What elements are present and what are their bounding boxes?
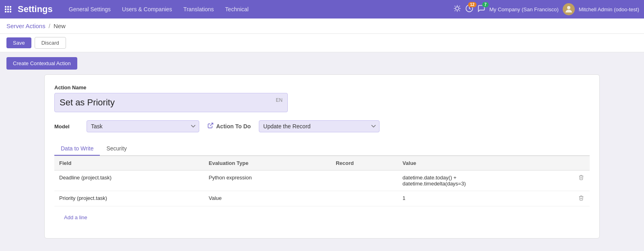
nav-technical[interactable]: Technical: [220, 4, 253, 15]
external-link-icon: [207, 122, 214, 130]
user-name: Mitchell Admin (odoo-test): [579, 6, 639, 12]
user-avatar[interactable]: [563, 3, 575, 15]
row2-eval-type: Value: [204, 191, 331, 206]
add-line-row: Add a line: [54, 206, 590, 229]
nav-general-settings[interactable]: General Settings: [64, 4, 116, 15]
action-to-do-label: Action To Do: [216, 123, 251, 130]
activity-badge: 12: [468, 2, 477, 7]
col-evaluation-type: Evaluation Type: [204, 156, 331, 171]
col-field: Field: [54, 156, 204, 171]
delete-row2-icon[interactable]: [578, 195, 584, 202]
svg-line-3: [210, 123, 213, 126]
action-to-do-select[interactable]: Update the Record: [259, 120, 380, 132]
save-button[interactable]: Save: [6, 37, 31, 48]
form-card: Action Name Set as Priority EN Model Tas…: [44, 74, 600, 239]
topbar-nav: General Settings Users & Companies Trans…: [64, 4, 450, 15]
company-name: My Company (San Francisco): [489, 6, 559, 12]
action-name-label: Action Name: [54, 84, 590, 91]
col-record: Record: [331, 156, 398, 171]
topbar: Settings General Settings Users & Compan…: [0, 0, 644, 19]
row1-delete[interactable]: [574, 171, 590, 191]
action-bar: Create Contextual Action: [0, 52, 644, 74]
row2-record: [331, 191, 398, 206]
tab-security[interactable]: Security: [100, 142, 133, 156]
message-icon[interactable]: 7: [477, 4, 485, 14]
create-contextual-action-button[interactable]: Create Contextual Action: [6, 57, 77, 70]
bug-icon[interactable]: [453, 4, 461, 14]
svg-point-0: [456, 6, 459, 10]
row1-value: datetime.date.today() + datetime.timedel…: [398, 171, 574, 191]
model-select-wrapper: Task: [87, 120, 199, 132]
row2-value: 1: [398, 191, 574, 206]
nav-translations[interactable]: Translations: [179, 4, 219, 15]
data-table: Field Evaluation Type Record Value Deadl…: [54, 156, 590, 228]
row1-eval-type: Python expression: [204, 171, 331, 191]
activity-icon[interactable]: 12: [465, 4, 473, 14]
row1-field: Deadline (project.task): [54, 171, 204, 191]
delete-row1-icon[interactable]: [578, 175, 584, 181]
nav-users-companies[interactable]: Users & Companies: [117, 4, 177, 15]
add-line-button[interactable]: Add a line: [59, 210, 92, 224]
toolbar: Save Discard: [0, 34, 644, 52]
tabs: Data to Write Security: [54, 142, 590, 156]
breadcrumb: Server Actions / New: [0, 19, 644, 34]
model-label: Model: [54, 123, 78, 130]
svg-point-2: [567, 6, 570, 9]
breadcrumb-current: New: [54, 23, 66, 29]
en-badge: EN: [276, 97, 283, 103]
topbar-right: 12 7 My Company (San Francisco) Mitchell…: [453, 3, 639, 15]
row2-field: Priority (project.task): [54, 191, 204, 206]
breadcrumb-parent[interactable]: Server Actions: [6, 23, 45, 29]
model-select[interactable]: Task: [87, 120, 199, 132]
app-title: Settings: [18, 4, 53, 14]
main-content: Action Name Set as Priority EN Model Tas…: [0, 74, 644, 245]
table-row: Deadline (project.task) Python expressio…: [54, 171, 590, 191]
row1-record: [331, 171, 398, 191]
message-badge: 7: [482, 2, 489, 7]
model-action-row: Model Task Action To Do Update the Recor…: [54, 120, 590, 132]
action-name-field[interactable]: Set as Priority EN: [54, 93, 288, 112]
table-row: Priority (project.task) Value 1: [54, 191, 590, 206]
action-to-do-select-wrapper: Update the Record: [259, 120, 380, 132]
row2-delete[interactable]: [574, 191, 590, 206]
discard-button[interactable]: Discard: [35, 37, 66, 49]
action-name-value: Set as Priority: [60, 97, 115, 108]
breadcrumb-separator: /: [49, 23, 50, 29]
action-to-do-link[interactable]: Action To Do: [207, 122, 251, 130]
tab-data-to-write[interactable]: Data to Write: [54, 142, 100, 156]
app-grid-icon[interactable]: [5, 6, 11, 12]
col-actions: [574, 156, 590, 171]
col-value: Value: [398, 156, 574, 171]
